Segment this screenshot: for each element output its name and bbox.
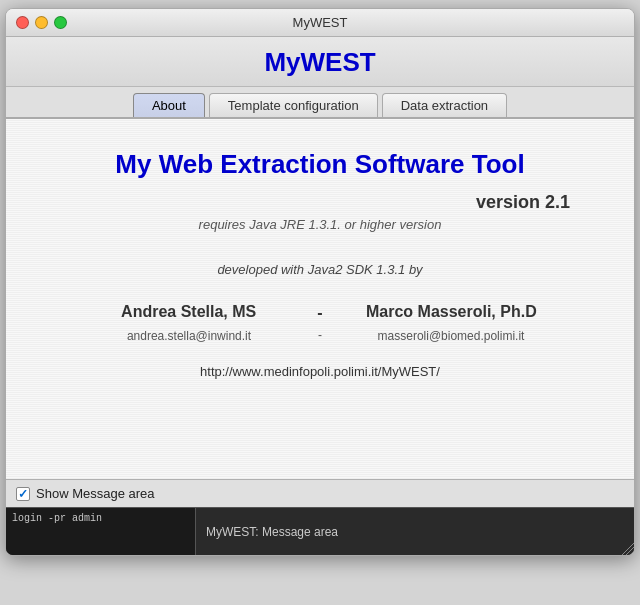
bottom-bar: ✓ Show Message area [6,479,634,507]
author2-name: Marco Masseroli, Ph.D [366,303,537,320]
requires-text: requires Java JRE 1.3.1. or higher versi… [199,217,442,232]
author1-email: andrea.stella@inwind.it [127,329,251,343]
resize-handle[interactable] [620,541,634,555]
dash-email-separator: - [308,328,332,342]
terminal-output: login -pr admin [6,508,196,555]
svg-line-2 [630,551,634,555]
minimize-button[interactable] [35,16,48,29]
author1-email-cell: andrea.stella@inwind.it [70,326,308,344]
content-title: My Web Extraction Software Tool [115,149,524,180]
app-title: MyWEST [6,47,634,78]
show-message-label: Show Message area [36,486,155,501]
authors-row: Andrea Stella, MS - Marco Masseroli, Ph.… [70,302,570,322]
author1: Andrea Stella, MS [70,303,307,321]
main-window: MyWEST MyWEST About Template configurati… [5,8,635,556]
author2-email-cell: masseroli@biomed.polimi.it [332,326,570,344]
author2: Marco Masseroli, Ph.D [333,303,570,321]
window-title: MyWEST [293,15,348,30]
emails-row: andrea.stella@inwind.it - masseroli@biom… [70,326,570,344]
checkbox-check-icon: ✓ [18,487,28,501]
main-content: My Web Extraction Software Tool version … [6,119,634,479]
window-controls [16,16,67,29]
version-text: version 2.1 [70,192,570,213]
website-url: http://www.medinfopoli.polimi.it/MyWEST/ [200,364,440,379]
dash-separator: - [307,302,332,322]
tab-data-extraction[interactable]: Data extraction [382,93,507,117]
svg-line-1 [626,547,634,555]
titlebar: MyWEST [6,9,634,37]
message-area: login -pr admin MyWEST: Message area [6,507,634,555]
show-message-checkbox[interactable]: ✓ [16,487,30,501]
tabs-bar: About Template configuration Data extrac… [6,87,634,119]
author1-name: Andrea Stella, MS [121,303,256,320]
tab-template-configuration[interactable]: Template configuration [209,93,378,117]
tab-about[interactable]: About [133,93,205,117]
author2-email: masseroli@biomed.polimi.it [378,329,525,343]
developed-text: developed with Java2 SDK 1.3.1 by [217,262,422,277]
maximize-button[interactable] [54,16,67,29]
message-text: MyWEST: Message area [196,508,634,555]
app-header: MyWEST [6,37,634,87]
close-button[interactable] [16,16,29,29]
